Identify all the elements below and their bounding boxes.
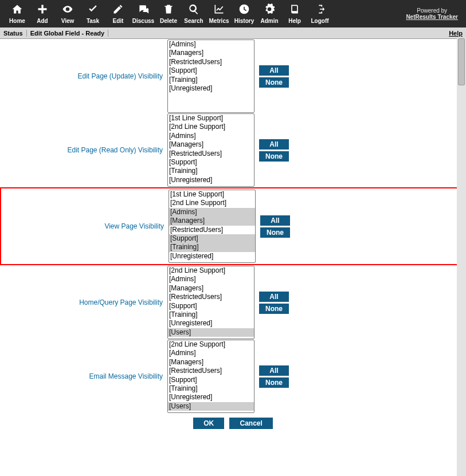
- toolbar-label: Add: [37, 18, 48, 24]
- toolbar-help[interactable]: Help: [282, 3, 307, 24]
- clock-icon: [238, 3, 250, 17]
- row-edit_update: Edit Page (Update) Visibility[Admins][Ma…: [0, 40, 466, 113]
- toolbar-label: Logoff: [311, 18, 328, 24]
- toolbar-logoff[interactable]: Logoff: [307, 3, 332, 24]
- none-button-edit_update[interactable]: None: [259, 77, 289, 88]
- plus-icon: [37, 3, 48, 17]
- all-button-home_query[interactable]: All: [259, 292, 289, 302]
- row-email: Email Message Visibility[2nd Line Suppor…: [0, 340, 466, 413]
- select-home_query[interactable]: [2nd Line Support][Admins][Managers][Res…: [167, 266, 254, 339]
- logoff-icon: [314, 3, 326, 17]
- main-toolbar: HomeAddViewTaskEditDiscussDeleteSearchMe…: [0, 0, 466, 27]
- btncol-edit_readonly: AllNone: [259, 139, 289, 162]
- pencil-icon: [112, 3, 124, 17]
- none-button-home_query[interactable]: None: [259, 304, 289, 314]
- status-text: Edit Global Field - Ready: [27, 30, 109, 37]
- branding: Powered by NetResults Tracker: [406, 7, 461, 20]
- toolbar-admin[interactable]: Admin: [257, 3, 282, 24]
- none-button-edit_readonly[interactable]: None: [259, 151, 289, 162]
- gear-icon: [264, 3, 275, 17]
- row-view_page: View Page Visibility[1st Line Support][2…: [0, 187, 466, 265]
- toolbar-add[interactable]: Add: [30, 3, 55, 24]
- toolbar-label: History: [234, 18, 254, 24]
- visibility-rows: Edit Page (Update) Visibility[Admins][Ma…: [0, 40, 466, 413]
- label-home_query: Home/Query Page Visibility: [0, 298, 167, 306]
- none-button-email[interactable]: None: [259, 377, 289, 388]
- scrollbar-thumb[interactable]: [458, 38, 465, 85]
- all-button-view_page[interactable]: All: [260, 215, 290, 226]
- toolbar-label: Help: [288, 18, 301, 24]
- footer-buttons: OK Cancel: [0, 418, 466, 429]
- toolbar-label: Admin: [260, 18, 278, 24]
- label-edit_readonly: Edit Page (Read Only) Visibility: [0, 146, 167, 154]
- page-scrollbar[interactable]: [457, 38, 466, 476]
- eye-icon: [62, 3, 73, 17]
- none-button-view_page[interactable]: None: [260, 227, 290, 238]
- toolbar-edit[interactable]: Edit: [105, 3, 131, 24]
- cancel-button[interactable]: Cancel: [229, 418, 272, 429]
- toolbar-delete[interactable]: Delete: [156, 3, 181, 24]
- status-bar: Status Edit Global Field - Ready Help: [0, 27, 466, 39]
- book-icon: [289, 3, 300, 17]
- all-button-edit_update[interactable]: All: [259, 65, 289, 76]
- toolbar-label: View: [61, 18, 75, 24]
- toolbar-label: Search: [184, 18, 203, 24]
- product-link[interactable]: NetResults Tracker: [406, 14, 458, 20]
- select-edit_readonly[interactable]: [1st Line Support][2nd Line Support][Adm…: [167, 113, 254, 187]
- btncol-view_page: AllNone: [260, 215, 290, 238]
- select-email[interactable]: [2nd Line Support][Admins][Managers][Res…: [167, 340, 254, 413]
- toolbar-label: Discuss: [132, 18, 154, 24]
- label-edit_update: Edit Page (Update) Visibility: [0, 72, 167, 80]
- trash-icon: [163, 3, 174, 17]
- search-icon: [188, 3, 199, 17]
- select-edit_update[interactable]: [Admins][Managers][RestrictedUsers][Supp…: [167, 40, 254, 113]
- comments-icon: [138, 3, 149, 17]
- toolbar-label: Task: [87, 18, 99, 24]
- status-label: Status: [0, 30, 27, 37]
- btncol-edit_update: AllNone: [259, 65, 289, 88]
- all-button-edit_readonly[interactable]: All: [259, 139, 289, 150]
- select-view_page[interactable]: [1st Line Support][2nd Line Support][Adm…: [169, 190, 256, 263]
- toolbar-search[interactable]: Search: [181, 3, 206, 24]
- label-email: Email Message Visibility: [0, 372, 167, 380]
- toolbar-metrics[interactable]: Metrics: [206, 3, 232, 24]
- status-help-link[interactable]: Help: [449, 30, 463, 37]
- toolbar-view[interactable]: View: [55, 3, 80, 24]
- row-edit_readonly: Edit Page (Read Only) Visibility[1st Lin…: [0, 113, 466, 187]
- check-icon: [87, 3, 99, 17]
- home-icon: [11, 3, 23, 17]
- btncol-email: AllNone: [259, 365, 289, 388]
- toolbar-home[interactable]: Home: [5, 3, 30, 24]
- toolbar-label: Home: [9, 18, 25, 24]
- toolbar-history[interactable]: History: [232, 3, 257, 24]
- toolbar-label: Edit: [113, 18, 124, 24]
- powered-by-text: Powered by: [417, 7, 447, 14]
- toolbar-label: Metrics: [209, 18, 229, 24]
- label-view_page: View Page Visibility: [1, 222, 169, 230]
- all-button-email[interactable]: All: [259, 365, 289, 376]
- btncol-home_query: AllNone: [259, 292, 289, 314]
- toolbar-label: Delete: [160, 18, 177, 24]
- toolbar-discuss[interactable]: Discuss: [131, 3, 156, 24]
- ok-button[interactable]: OK: [193, 418, 224, 429]
- chart-icon: [213, 3, 225, 17]
- toolbar-task[interactable]: Task: [80, 3, 105, 24]
- row-home_query: Home/Query Page Visibility[2nd Line Supp…: [0, 266, 466, 339]
